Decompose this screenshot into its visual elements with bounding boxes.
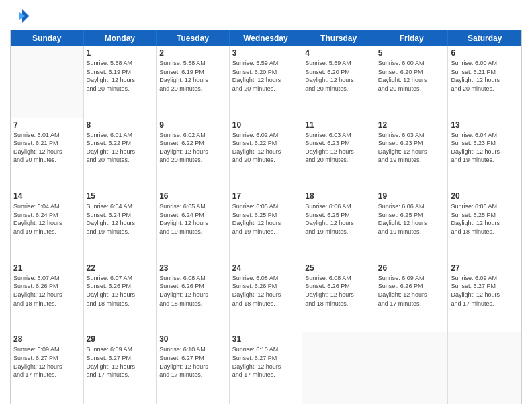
day-info: Sunrise: 6:07 AMSunset: 6:26 PMDaylight:… xyxy=(13,274,81,308)
day-cell-16: 16Sunrise: 6:05 AMSunset: 6:24 PMDayligh… xyxy=(157,189,230,261)
weekday-header-sunday: Sunday xyxy=(11,30,84,46)
day-info: Sunrise: 6:01 AMSunset: 6:21 PMDaylight:… xyxy=(13,131,81,165)
day-cell-7: 7Sunrise: 6:01 AMSunset: 6:21 PMDaylight… xyxy=(11,118,84,189)
day-cell-2: 2Sunrise: 5:58 AMSunset: 6:19 PMDaylight… xyxy=(157,46,230,118)
day-cell-27: 27Sunrise: 6:09 AMSunset: 6:27 PMDayligh… xyxy=(448,261,521,332)
day-info: Sunrise: 6:08 AMSunset: 6:26 PMDaylight:… xyxy=(305,274,372,308)
day-number: 7 xyxy=(13,120,81,130)
day-info: Sunrise: 6:06 AMSunset: 6:25 PMDaylight:… xyxy=(305,202,372,236)
day-info: Sunrise: 6:10 AMSunset: 6:27 PMDaylight:… xyxy=(232,345,300,379)
day-info: Sunrise: 6:08 AMSunset: 6:26 PMDaylight:… xyxy=(159,274,226,308)
day-info: Sunrise: 6:01 AMSunset: 6:22 PMDaylight:… xyxy=(87,131,154,165)
day-number: 30 xyxy=(159,334,226,344)
calendar-header: SundayMondayTuesdayWednesdayThursdayFrid… xyxy=(11,30,521,46)
weekday-header-friday: Friday xyxy=(375,30,449,46)
day-cell-24: 24Sunrise: 6:08 AMSunset: 6:26 PMDayligh… xyxy=(230,261,303,332)
day-number: 21 xyxy=(13,263,81,273)
day-cell-22: 22Sunrise: 6:07 AMSunset: 6:26 PMDayligh… xyxy=(84,261,157,332)
logo-icon xyxy=(10,7,29,26)
day-cell-28: 28Sunrise: 6:09 AMSunset: 6:27 PMDayligh… xyxy=(11,332,84,404)
empty-cell xyxy=(11,46,84,118)
day-number: 18 xyxy=(305,191,372,201)
day-cell-15: 15Sunrise: 6:04 AMSunset: 6:24 PMDayligh… xyxy=(84,189,157,261)
day-number: 24 xyxy=(232,263,300,273)
day-number: 14 xyxy=(13,191,81,201)
day-cell-3: 3Sunrise: 5:59 AMSunset: 6:20 PMDaylight… xyxy=(230,46,303,118)
day-info: Sunrise: 6:09 AMSunset: 6:27 PMDaylight:… xyxy=(13,345,81,379)
day-info: Sunrise: 6:00 AMSunset: 6:20 PMDaylight:… xyxy=(378,59,445,93)
day-number: 6 xyxy=(451,48,519,58)
day-cell-8: 8Sunrise: 6:01 AMSunset: 6:22 PMDaylight… xyxy=(84,118,157,189)
day-number: 19 xyxy=(378,191,445,201)
day-number: 27 xyxy=(451,263,519,273)
page-header xyxy=(10,7,522,26)
weekday-header-wednesday: Wednesday xyxy=(230,30,303,46)
day-number: 16 xyxy=(159,191,226,201)
day-number: 15 xyxy=(87,191,154,201)
calendar-row-3: 21Sunrise: 6:07 AMSunset: 6:26 PMDayligh… xyxy=(11,261,521,333)
day-number: 5 xyxy=(378,48,445,58)
day-number: 29 xyxy=(87,334,154,344)
day-cell-21: 21Sunrise: 6:07 AMSunset: 6:26 PMDayligh… xyxy=(11,261,84,332)
day-cell-14: 14Sunrise: 6:04 AMSunset: 6:24 PMDayligh… xyxy=(11,189,84,261)
day-info: Sunrise: 6:07 AMSunset: 6:26 PMDaylight:… xyxy=(87,274,154,308)
day-info: Sunrise: 6:02 AMSunset: 6:22 PMDaylight:… xyxy=(232,131,300,165)
weekday-header-monday: Monday xyxy=(84,30,157,46)
calendar-row-2: 14Sunrise: 6:04 AMSunset: 6:24 PMDayligh… xyxy=(11,189,521,261)
day-info: Sunrise: 6:05 AMSunset: 6:24 PMDaylight:… xyxy=(159,202,226,236)
empty-cell xyxy=(302,332,375,404)
day-cell-30: 30Sunrise: 6:10 AMSunset: 6:27 PMDayligh… xyxy=(157,332,230,404)
day-number: 25 xyxy=(305,263,372,273)
empty-cell xyxy=(375,332,449,404)
day-number: 3 xyxy=(232,48,300,58)
day-info: Sunrise: 6:09 AMSunset: 6:27 PMDaylight:… xyxy=(87,345,154,379)
day-info: Sunrise: 6:06 AMSunset: 6:25 PMDaylight:… xyxy=(451,202,519,236)
day-number: 8 xyxy=(87,120,154,130)
day-number: 23 xyxy=(159,263,226,273)
day-cell-1: 1Sunrise: 5:58 AMSunset: 6:19 PMDaylight… xyxy=(84,46,157,118)
day-info: Sunrise: 6:04 AMSunset: 6:23 PMDaylight:… xyxy=(451,131,519,165)
day-number: 12 xyxy=(378,120,445,130)
day-number: 11 xyxy=(305,120,372,130)
day-cell-10: 10Sunrise: 6:02 AMSunset: 6:22 PMDayligh… xyxy=(230,118,303,189)
day-cell-17: 17Sunrise: 6:05 AMSunset: 6:25 PMDayligh… xyxy=(230,189,303,261)
day-info: Sunrise: 6:08 AMSunset: 6:26 PMDaylight:… xyxy=(232,274,300,308)
day-cell-26: 26Sunrise: 6:09 AMSunset: 6:26 PMDayligh… xyxy=(375,261,449,332)
day-number: 31 xyxy=(232,334,300,344)
day-cell-29: 29Sunrise: 6:09 AMSunset: 6:27 PMDayligh… xyxy=(84,332,157,404)
day-cell-13: 13Sunrise: 6:04 AMSunset: 6:23 PMDayligh… xyxy=(448,118,521,189)
calendar: SundayMondayTuesdayWednesdayThursdayFrid… xyxy=(10,30,522,404)
day-cell-9: 9Sunrise: 6:02 AMSunset: 6:22 PMDaylight… xyxy=(157,118,230,189)
day-info: Sunrise: 5:59 AMSunset: 6:20 PMDaylight:… xyxy=(305,59,372,93)
day-number: 17 xyxy=(232,191,300,201)
day-number: 4 xyxy=(305,48,372,58)
day-info: Sunrise: 6:09 AMSunset: 6:27 PMDaylight:… xyxy=(451,274,519,308)
calendar-page: SundayMondayTuesdayWednesdayThursdayFrid… xyxy=(0,0,532,411)
day-number: 2 xyxy=(159,48,226,58)
day-info: Sunrise: 6:10 AMSunset: 6:27 PMDaylight:… xyxy=(159,345,226,379)
day-info: Sunrise: 6:03 AMSunset: 6:23 PMDaylight:… xyxy=(305,131,372,165)
day-info: Sunrise: 5:58 AMSunset: 6:19 PMDaylight:… xyxy=(159,59,226,93)
day-cell-11: 11Sunrise: 6:03 AMSunset: 6:23 PMDayligh… xyxy=(302,118,375,189)
day-info: Sunrise: 6:09 AMSunset: 6:26 PMDaylight:… xyxy=(378,274,445,308)
weekday-header-thursday: Thursday xyxy=(302,30,375,46)
day-info: Sunrise: 6:03 AMSunset: 6:23 PMDaylight:… xyxy=(378,131,445,165)
calendar-row-4: 28Sunrise: 6:09 AMSunset: 6:27 PMDayligh… xyxy=(11,332,521,404)
day-info: Sunrise: 6:04 AMSunset: 6:24 PMDaylight:… xyxy=(13,202,81,236)
day-info: Sunrise: 6:00 AMSunset: 6:21 PMDaylight:… xyxy=(451,59,519,93)
day-info: Sunrise: 6:02 AMSunset: 6:22 PMDaylight:… xyxy=(159,131,226,165)
weekday-header-tuesday: Tuesday xyxy=(157,30,230,46)
day-cell-20: 20Sunrise: 6:06 AMSunset: 6:25 PMDayligh… xyxy=(448,189,521,261)
day-info: Sunrise: 5:59 AMSunset: 6:20 PMDaylight:… xyxy=(232,59,300,93)
day-number: 28 xyxy=(13,334,81,344)
empty-cell xyxy=(448,332,521,404)
calendar-row-0: 1Sunrise: 5:58 AMSunset: 6:19 PMDaylight… xyxy=(11,46,521,118)
day-number: 22 xyxy=(87,263,154,273)
day-cell-5: 5Sunrise: 6:00 AMSunset: 6:20 PMDaylight… xyxy=(375,46,449,118)
weekday-header-saturday: Saturday xyxy=(448,30,521,46)
day-cell-12: 12Sunrise: 6:03 AMSunset: 6:23 PMDayligh… xyxy=(375,118,449,189)
day-number: 9 xyxy=(159,120,226,130)
day-number: 13 xyxy=(451,120,519,130)
calendar-body: 1Sunrise: 5:58 AMSunset: 6:19 PMDaylight… xyxy=(11,46,521,404)
day-cell-19: 19Sunrise: 6:06 AMSunset: 6:25 PMDayligh… xyxy=(375,189,449,261)
